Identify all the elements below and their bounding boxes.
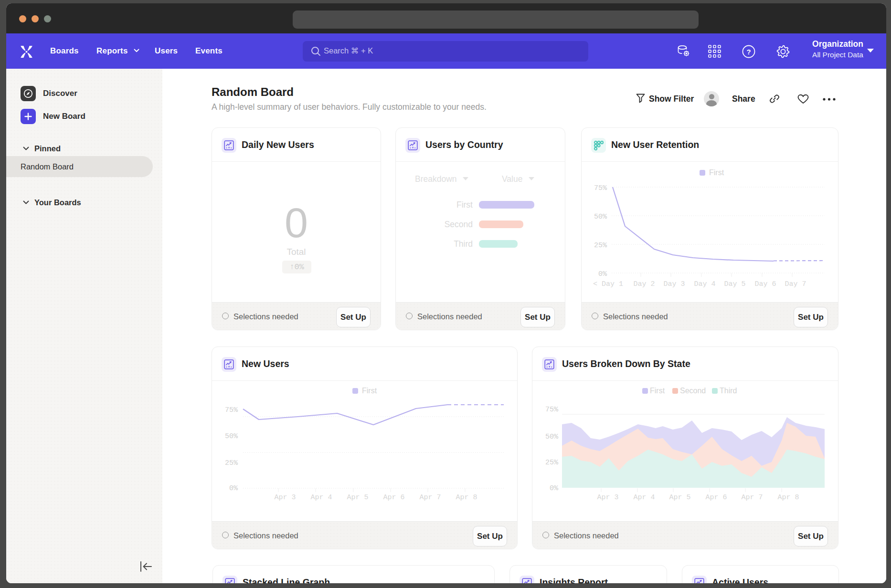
svg-text:Apr 5: Apr 5 — [669, 494, 690, 502]
svg-text:Second: Second — [680, 387, 706, 395]
svg-text:25%: 25% — [225, 459, 238, 467]
svg-text:0%: 0% — [229, 484, 238, 493]
svg-text:50%: 50% — [594, 213, 607, 221]
svg-text:Apr 6: Apr 6 — [383, 494, 404, 502]
svg-text:First: First — [709, 168, 724, 177]
svg-text:Day 4: Day 4 — [694, 280, 715, 288]
svg-text:Third: Third — [720, 387, 737, 395]
svg-text:75%: 75% — [545, 406, 559, 414]
svg-text:Day 6: Day 6 — [754, 280, 776, 288]
svg-text:First: First — [650, 387, 665, 395]
svg-text:First: First — [362, 387, 377, 395]
svg-text:50%: 50% — [225, 432, 238, 441]
svg-text:Apr 3: Apr 3 — [597, 494, 618, 502]
svg-text:25%: 25% — [545, 459, 559, 467]
svg-text:Apr 7: Apr 7 — [741, 494, 763, 502]
svg-text:Apr 6: Apr 6 — [705, 494, 727, 502]
svg-text:Apr 3: Apr 3 — [274, 494, 296, 502]
svg-text:< Day 1: < Day 1 — [593, 280, 623, 288]
svg-text:Apr 7: Apr 7 — [419, 494, 441, 502]
svg-text:Day 3: Day 3 — [663, 280, 685, 288]
svg-text:Day 5: Day 5 — [724, 280, 745, 288]
svg-text:75%: 75% — [225, 406, 238, 414]
svg-text:Apr 8: Apr 8 — [777, 494, 799, 502]
svg-text:0%: 0% — [550, 484, 559, 493]
svg-text:?: ? — [746, 48, 751, 56]
svg-text:75%: 75% — [594, 184, 607, 192]
svg-text:Day 2: Day 2 — [633, 280, 655, 288]
svg-text:Apr 4: Apr 4 — [310, 494, 332, 502]
svg-text:Apr 8: Apr 8 — [456, 494, 477, 502]
svg-text:Day 7: Day 7 — [785, 280, 806, 288]
svg-text:0%: 0% — [598, 270, 607, 278]
svg-text:50%: 50% — [545, 433, 559, 441]
svg-text:Apr 5: Apr 5 — [347, 494, 368, 502]
svg-text:25%: 25% — [594, 242, 607, 250]
svg-text:Apr 4: Apr 4 — [633, 494, 655, 502]
